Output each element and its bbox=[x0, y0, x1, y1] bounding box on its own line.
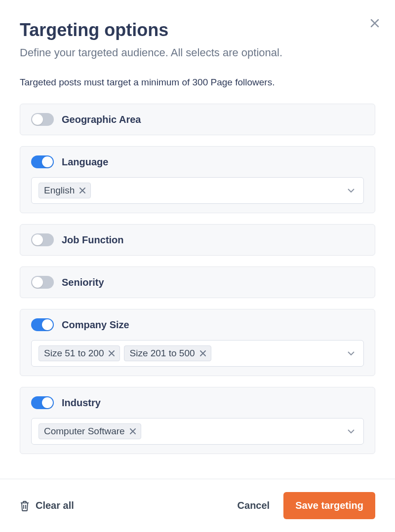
toggle-language[interactable] bbox=[31, 155, 54, 168]
section-header: Seniority bbox=[31, 276, 364, 289]
chip-label: Size 201 to 500 bbox=[129, 348, 195, 359]
chevron-down-icon bbox=[348, 351, 355, 356]
footer-left: Clear all bbox=[20, 500, 74, 511]
targeting-modal: Targeting options Define your targeted a… bbox=[0, 0, 395, 454]
info-text: Targeted posts must target a minimum of … bbox=[20, 77, 375, 88]
chevron-down-icon bbox=[348, 429, 355, 434]
dropdown-arrow[interactable] bbox=[348, 429, 355, 434]
chevron-down-icon bbox=[348, 188, 355, 193]
section-label-job-function: Job Function bbox=[62, 234, 124, 246]
toggle-industry[interactable] bbox=[31, 396, 54, 409]
close-icon bbox=[200, 350, 206, 356]
toggle-job-function[interactable] bbox=[31, 233, 54, 246]
multiselect-language[interactable]: English bbox=[31, 177, 364, 204]
toggle-geographic-area[interactable] bbox=[31, 113, 54, 126]
section-header: Language bbox=[31, 155, 364, 168]
trash-icon bbox=[20, 500, 30, 511]
section-label-geographic-area: Geographic Area bbox=[62, 114, 141, 125]
section-header: Geographic Area bbox=[31, 113, 364, 126]
close-icon bbox=[79, 188, 85, 193]
section-header: Job Function bbox=[31, 233, 364, 246]
close-icon bbox=[370, 19, 379, 28]
clear-all-button[interactable]: Clear all bbox=[20, 500, 74, 511]
dropdown-arrow[interactable] bbox=[348, 188, 355, 193]
section-geographic-area: Geographic Area bbox=[20, 104, 375, 135]
chip-remove-button[interactable] bbox=[79, 188, 85, 193]
chip-remove-button[interactable] bbox=[130, 428, 136, 434]
chip-label: Size 51 to 200 bbox=[44, 348, 104, 359]
section-label-seniority: Seniority bbox=[62, 277, 104, 288]
section-label-language: Language bbox=[62, 156, 108, 168]
close-button[interactable] bbox=[370, 19, 379, 28]
chip-remove-button[interactable] bbox=[109, 350, 115, 356]
footer-right: Cancel Save targeting bbox=[237, 492, 375, 519]
chip-remove-button[interactable] bbox=[200, 350, 206, 356]
cancel-button[interactable]: Cancel bbox=[237, 500, 270, 511]
close-icon bbox=[109, 350, 115, 356]
section-language: Language English bbox=[20, 146, 375, 213]
chip-company-size-51-200: Size 51 to 200 bbox=[39, 345, 120, 361]
section-label-company-size: Company Size bbox=[62, 319, 129, 331]
chip-label: English bbox=[44, 185, 75, 196]
section-seniority: Seniority bbox=[20, 266, 375, 298]
chip-industry-computer-software: Computer Software bbox=[39, 423, 141, 439]
multiselect-industry[interactable]: Computer Software bbox=[31, 418, 364, 445]
multiselect-company-size[interactable]: Size 51 to 200 Size 201 to 500 bbox=[31, 340, 364, 367]
section-job-function: Job Function bbox=[20, 224, 375, 256]
chip-language-english: English bbox=[39, 183, 91, 198]
close-icon bbox=[130, 428, 136, 434]
chip-label: Computer Software bbox=[44, 426, 125, 437]
section-header: Industry bbox=[31, 396, 364, 409]
clear-all-label: Clear all bbox=[36, 500, 74, 511]
dropdown-arrow[interactable] bbox=[348, 351, 355, 356]
section-label-industry: Industry bbox=[62, 397, 101, 409]
modal-title: Targeting options bbox=[20, 20, 375, 40]
modal-subtitle: Define your targeted audience. All selec… bbox=[20, 46, 375, 59]
save-targeting-button[interactable]: Save targeting bbox=[283, 492, 375, 519]
section-industry: Industry Computer Software bbox=[20, 387, 375, 454]
section-company-size: Company Size Size 51 to 200 Size 201 to … bbox=[20, 309, 375, 376]
toggle-seniority[interactable] bbox=[31, 276, 54, 289]
modal-footer: Clear all Cancel Save targeting bbox=[0, 479, 395, 532]
chip-company-size-201-500: Size 201 to 500 bbox=[124, 345, 211, 361]
section-header: Company Size bbox=[31, 318, 364, 331]
toggle-company-size[interactable] bbox=[31, 318, 54, 331]
